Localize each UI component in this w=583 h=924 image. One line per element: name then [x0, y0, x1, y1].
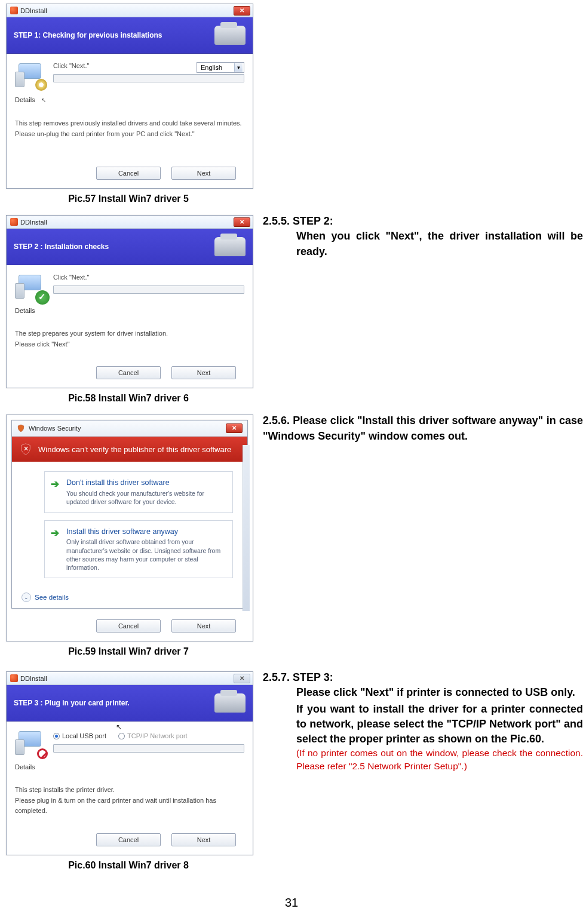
section-2-5-7-rednote: (If no printer comes out on the window, … — [263, 747, 583, 772]
cursor-arrow-icon: ↖ — [116, 723, 122, 731]
step-label: STEP 2 : Installation checks — [14, 242, 109, 251]
next-button[interactable]: Next — [171, 619, 236, 633]
section-2-5-5-body: When you click "Next", the driver instal… — [263, 229, 583, 259]
app-icon — [10, 218, 18, 226]
note-line-1: This step removes previously installed d… — [15, 118, 244, 129]
ddinstall-dialog-step1: DDInstall ✕ STEP 1: Checking for previou… — [6, 4, 253, 189]
app-icon — [10, 7, 18, 14]
close-button[interactable]: ✕ — [226, 423, 243, 433]
option-dont-install[interactable]: ➔ Don't install this driver software You… — [44, 471, 233, 512]
section-2-5-7-body1: Please click "Next" if printer is connec… — [263, 685, 583, 700]
app-icon — [10, 674, 18, 682]
note-line-1: The step prepares your system for driver… — [15, 329, 244, 339]
section-2-5-7-body2: If you want to install the driver for a … — [263, 702, 583, 747]
scrollbar[interactable] — [243, 445, 250, 611]
details-label: Details — [15, 307, 35, 314]
caption-pic57: Pic.57 Install Win7 driver 5 — [0, 190, 257, 207]
chevron-down-icon: ⌄ — [22, 593, 31, 602]
option-subtitle: Only install driver software obtained fr… — [66, 538, 225, 572]
svg-text:✕: ✕ — [23, 445, 29, 452]
radio-icon — [53, 733, 60, 739]
caption-pic59: Pic.59 Install Win7 driver 7 — [0, 643, 257, 659]
option-title: Install this driver software anyway — [66, 527, 225, 537]
next-button[interactable]: Next — [171, 833, 236, 846]
step-banner: STEP 3 : Plug in your card printer. — [7, 685, 253, 722]
note-line-2: Please click "Next" — [15, 339, 244, 350]
titlebar: DDInstall ✕ — [7, 672, 253, 685]
close-button[interactable]: ✕ — [234, 674, 250, 683]
security-warning-banner: ✕ Windows can't verify the publisher of … — [12, 437, 247, 462]
see-details-label: See details — [35, 594, 69, 601]
language-dropdown[interactable]: English ▼ — [197, 62, 244, 73]
instruction-text: Click "Next." — [53, 274, 244, 281]
details-label: Details — [15, 763, 35, 770]
warning-shield-icon: ✕ — [19, 443, 32, 456]
security-window-title: Windows Security — [29, 425, 81, 432]
step-banner: STEP 1: Checking for previous installati… — [7, 17, 253, 54]
see-details-toggle[interactable]: ⌄ See details — [12, 591, 247, 608]
printer-icon — [214, 26, 246, 45]
cancel-button[interactable]: Cancel — [96, 167, 161, 180]
language-value: English — [201, 64, 222, 71]
caption-pic60: Pic.60 Install Win7 driver 8 — [0, 857, 257, 873]
window-title: DDInstall — [20, 675, 47, 682]
security-titlebar: Windows Security ✕ — [12, 420, 247, 437]
details-label: Details — [15, 96, 35, 103]
section-2-5-6: 2.5.6. Please click "Install this driver… — [263, 413, 583, 443]
note-line-1: This step installs the printer driver. — [15, 785, 244, 796]
step-label: STEP 1: Checking for previous installati… — [14, 31, 162, 39]
arrow-right-icon: ➔ — [51, 478, 59, 492]
note-line-2: Please un-plug the card printer from you… — [15, 129, 244, 140]
cancel-button[interactable]: Cancel — [96, 366, 161, 379]
computer-icon — [15, 62, 46, 90]
option-install-anyway[interactable]: ➔ Install this driver software anyway On… — [44, 520, 233, 579]
printer-icon — [214, 693, 246, 713]
dropdown-arrow-icon: ▼ — [234, 63, 243, 72]
close-button[interactable]: ✕ — [234, 6, 250, 16]
windows-security-outer: Windows Security ✕ ✕ Windows can't verif… — [6, 415, 253, 641]
close-button[interactable]: ✕ — [234, 217, 250, 227]
progress-bar — [53, 74, 244, 82]
next-button[interactable]: Next — [171, 167, 236, 180]
ddinstall-dialog-step3: DDInstall ✕ STEP 3 : Plug in your card p… — [6, 671, 253, 855]
computer-check-icon — [15, 274, 46, 301]
page-number: 31 — [0, 878, 583, 916]
next-button[interactable]: Next — [171, 366, 236, 379]
note-line-2: Please plug in & turn on the card printe… — [15, 796, 244, 816]
shield-icon — [17, 424, 25, 432]
security-warning-text: Windows can't verify the publisher of th… — [38, 445, 231, 454]
progress-bar — [53, 286, 244, 294]
step-banner: STEP 2 : Installation checks — [7, 229, 253, 265]
cursor-arrow-icon: ↖ — [39, 96, 48, 104]
window-title: DDInstall — [20, 7, 47, 14]
titlebar: DDInstall ✕ — [7, 4, 253, 17]
radio-local-usb[interactable]: Local USB port — [53, 732, 106, 739]
section-2-5-5-head: 2.5.5. STEP 2: — [263, 214, 583, 229]
cancel-button[interactable]: Cancel — [96, 833, 161, 846]
option-title: Don't install this driver software — [66, 478, 225, 488]
arrow-right-icon: ➔ — [51, 527, 59, 541]
instruction-text: Click "Next." — [53, 62, 89, 69]
titlebar: DDInstall ✕ — [7, 216, 253, 229]
computer-blocked-icon — [15, 730, 46, 757]
cancel-button[interactable]: Cancel — [96, 619, 161, 633]
progress-bar — [53, 744, 244, 753]
printer-icon — [214, 237, 246, 256]
radio-icon — [118, 733, 125, 739]
option-subtitle: You should check your manufacturer's web… — [66, 489, 225, 506]
step-label: STEP 3 : Plug in your card printer. — [14, 699, 130, 707]
caption-pic58: Pic.58 Install Win7 driver 6 — [0, 389, 257, 406]
window-title: DDInstall — [20, 219, 47, 226]
radio-tcpip[interactable]: TCP/IP Network port — [118, 732, 188, 739]
section-2-5-7-head: 2.5.7. STEP 3: — [263, 670, 583, 685]
ddinstall-dialog-step2: DDInstall ✕ STEP 2 : Installation checks… — [6, 215, 253, 388]
